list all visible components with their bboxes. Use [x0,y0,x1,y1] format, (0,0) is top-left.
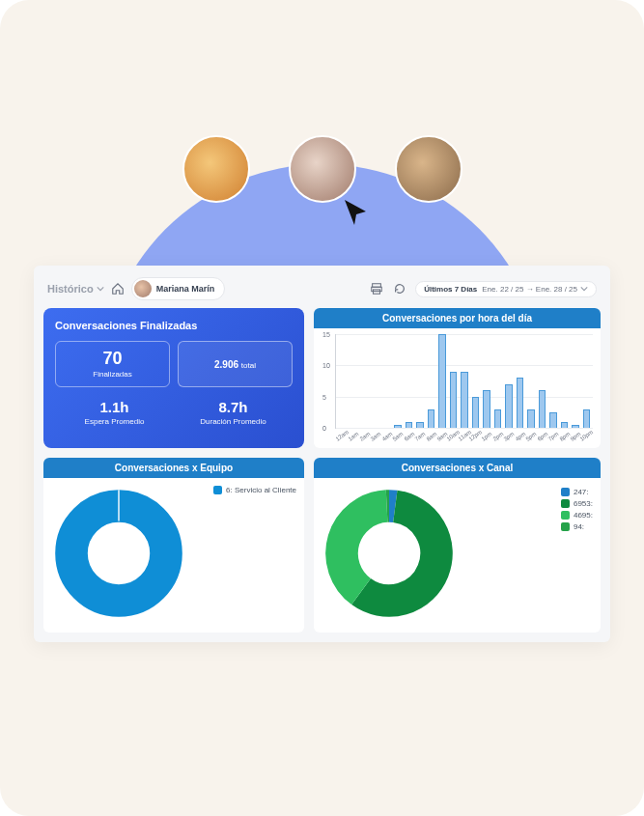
stat-value: 8.7h [174,399,293,415]
y-tick: 5 [322,393,326,400]
legend-swatch [561,488,570,496]
dashboard-panel: Histórico Mariana Marín [34,266,610,642]
bar-column: 10am [449,334,458,428]
panel-body: 247:6953:4695:94: [314,478,601,633]
bar [483,390,490,428]
bar [450,372,458,428]
bar [517,378,524,428]
bar-column: 1pm [482,334,490,428]
bar-column: 6pm [538,334,546,428]
bar-column: 11am [460,334,468,428]
stat-duration: 8.7h Duración Promedio [174,399,293,426]
kpi-label: Finalizadas [62,370,163,379]
home-button[interactable] [110,281,126,296]
topbar-left: Histórico Mariana Marín [47,277,225,300]
stat-label: Duración Promedio [174,417,293,426]
historico-dropdown[interactable]: Histórico [47,283,104,295]
dashboard-grid: Conversaciones Finalizadas 70 Finalizada… [43,308,601,633]
bar-column: 3am [371,334,379,428]
print-button[interactable] [369,281,384,296]
kpi-total: 2.906 total [178,341,293,387]
bar-column: 4am [382,334,391,428]
legend-item: 6953: [561,499,593,508]
legend-item: 4695: [561,511,593,520]
bar [438,334,446,428]
bar-column: 4pm [516,334,524,428]
bar-column: 12am [338,334,347,428]
avatar [395,135,462,203]
chart-plot-area: 05101512am1am2am3am4am5am6am7am8am9am10a… [335,334,593,429]
y-tick: 10 [322,362,330,369]
bar [494,409,502,428]
date-range-label: Últimos 7 Días [424,285,477,294]
avatar [134,280,152,297]
home-icon [111,282,125,295]
legend-swatch [561,511,570,520]
chart-legend: 6: Servicio al Cliente [213,486,296,494]
legend-label: 6953: [574,499,593,508]
bar-column: 12pm [471,334,480,428]
stats-row: 1.1h Espera Promedio 8.7h Duración Prome… [55,399,293,426]
donut-chart [51,486,186,625]
kpi-title: Conversaciones Finalizadas [55,320,293,331]
x-tick: 10pm [578,429,594,442]
bar-column: 9pm [571,334,579,428]
legend-label: 4695: [574,511,593,520]
kpi-row: 70 Finalizadas 2.906 total [55,341,293,387]
bar [472,397,480,428]
bar [539,390,546,428]
bar-column: 1am [349,334,357,428]
bar [561,422,569,428]
bar-column: 6am [405,334,413,428]
bar-column: 2am [360,334,369,428]
bar [394,425,402,428]
topbar: Histórico Mariana Marín [43,275,601,308]
channel-card: Conversaciones x Canal 247:6953:4695:94: [314,458,601,633]
bar [549,412,557,428]
panel-title: Conversaciones x Canal [314,458,601,478]
bar-column: 5am [393,334,402,428]
stat-value: 1.1h [55,399,174,415]
stat-wait: 1.1h Espera Promedio [55,399,174,426]
bar-column: 2pm [493,334,502,428]
bar [527,409,535,428]
bar-column: 7pm [548,334,557,428]
bar-column: 9am [437,334,446,428]
bar-column: 7am [415,334,424,428]
bar [406,422,413,428]
bar [505,384,513,428]
bar [572,425,579,428]
avatar [289,135,356,203]
chart-legend: 247:6953:4695:94: [561,488,593,625]
bar [583,409,591,428]
avatar-row [182,135,462,203]
chevron-down-icon [580,285,588,293]
kpi-value: 70 [62,350,163,367]
bar-column: 10pm [582,334,591,428]
kpi-total-value: 2.906 [214,359,238,370]
panel-body: 6: Servicio al Cliente [43,478,304,633]
user-chip[interactable]: Mariana Marín [131,277,226,300]
print-icon [370,282,383,295]
y-tick: 15 [322,331,330,338]
legend-swatch [561,522,570,531]
legend-label: 6: Servicio al Cliente [226,486,296,494]
avatar [182,135,250,203]
legend-item: 6: Servicio al Cliente [213,486,296,494]
panel-title: Conversaciones por hora del día [314,308,601,328]
bar [416,422,424,428]
bar-column: 3pm [504,334,513,428]
page-background: Histórico Mariana Marín [0,0,644,816]
bar-column: 8am [427,334,435,428]
legend-swatch [561,499,570,508]
date-range-selector[interactable]: Últimos 7 Días Ene. 22 / 25 → Ene. 28 / … [415,281,597,297]
team-card: Conversaciones x Equipo 6: Servicio al C… [43,458,304,633]
legend-label: 247: [574,488,589,496]
cursor-icon [343,198,370,231]
bar-chart: 05101512am1am2am3am4am5am6am7am8am9am10a… [322,334,593,440]
kpi-finalizadas: 70 Finalizadas [55,341,170,387]
panel-title: Conversaciones x Equipo [43,458,304,478]
legend-label: 94: [574,522,584,531]
refresh-button[interactable] [392,281,407,296]
date-range-value: Ene. 22 / 25 → Ene. 28 / 25 [482,285,577,294]
